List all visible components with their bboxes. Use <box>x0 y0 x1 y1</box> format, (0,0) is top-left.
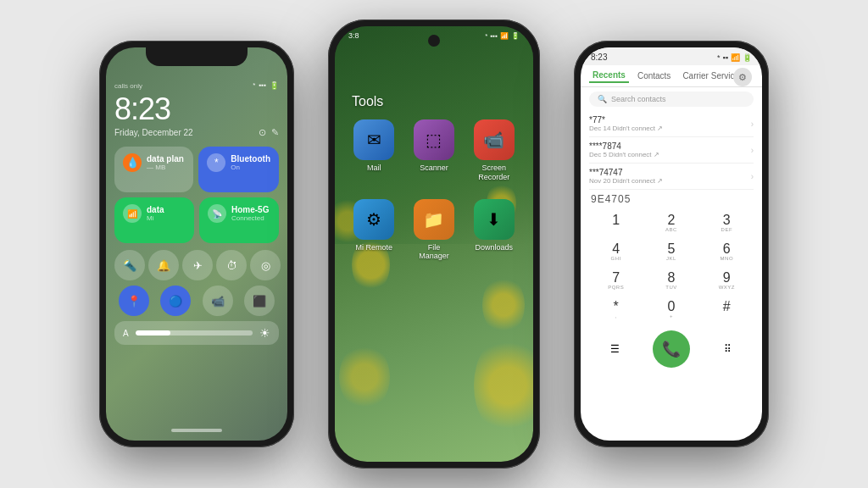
dial-6[interactable]: 6 MNO <box>700 239 754 266</box>
app-mail-icon: ✉ <box>353 119 394 160</box>
dial-7-num: 7 <box>612 271 620 285</box>
app-mi-remote[interactable]: ⚙ Mi Remote <box>348 199 400 262</box>
dial-4-letters: GHI <box>611 256 621 263</box>
dial-8[interactable]: 8 TUV <box>644 268 698 295</box>
menu-icon: ☰ <box>610 343 620 355</box>
brightness-control[interactable]: A ☀ <box>114 321 279 345</box>
tab-recents[interactable]: Recents <box>589 69 629 83</box>
data-sub: — MB <box>147 164 184 171</box>
dialer-action-row: ☰ 📞 ⠿ <box>581 327 762 371</box>
bluetooth-sub: On <box>231 164 270 171</box>
recent-name-0: *77* <box>589 115 663 125</box>
bluetooth-tile[interactable]: * Bluetooth On <box>198 147 279 192</box>
dial-1[interactable]: 1 <box>589 210 643 237</box>
dial-3-letters: DEF <box>721 227 733 234</box>
battery-icon: 🔋 <box>270 81 279 90</box>
app-file-icon: 📁 <box>414 199 454 240</box>
cc-icon-row2: 📍 🔵 📹 ⬛ <box>114 286 279 316</box>
circle-btn[interactable]: ◎ <box>250 250 281 280</box>
calls-only-text: calls only <box>114 82 142 90</box>
phone-2-screen: 3:8 * ▪▪▪ 📶 🔋 Tools ✉ Mail ⬚ Scanner 📹 S… <box>335 26 533 462</box>
clock-icon: ⊙ <box>259 127 266 138</box>
app-recorder[interactable]: 📹 ScreenRecorder <box>468 119 520 182</box>
app-grid: ✉ Mail ⬚ Scanner 📹 ScreenRecorder ⚙ Mi R… <box>348 119 520 261</box>
app-mail[interactable]: ✉ Mail <box>348 119 400 182</box>
dial-0-letters: + <box>670 313 673 320</box>
dial-0-num: 0 <box>668 300 676 313</box>
recent-name-1: ****7874 <box>589 141 659 151</box>
dial-hash[interactable]: # <box>700 297 754 324</box>
recent-detail-2: Nov 20 Didn't connect ↗ <box>589 177 663 185</box>
keypad-btn[interactable]: ⠿ <box>715 336 742 363</box>
data-plan-tile[interactable]: 💧 data plan — MB <box>114 147 193 192</box>
recent-detail-0: Dec 14 Didn't connect ↗ <box>589 125 663 132</box>
dialer-status-bar: 8:23 * ▪▪ 📶 🔋 <box>581 47 762 65</box>
dial-2[interactable]: 2 ABC <box>644 210 698 237</box>
wifi-title: Home-5G <box>231 205 269 214</box>
dial-0[interactable]: 0 + <box>644 297 698 324</box>
home-indicator <box>171 429 222 432</box>
airplane-btn[interactable]: ✈ <box>182 250 213 280</box>
mobile-data-tile[interactable]: 📶 data Mi <box>114 197 194 243</box>
app-recorder-label: ScreenRecorder <box>478 164 509 182</box>
recent-item-2[interactable]: ***74747 Nov 20 Didn't connect ↗ › <box>589 164 754 190</box>
app-scanner[interactable]: ⬚ Scanner <box>409 119 460 182</box>
phone-1-frame: calls only * ▪▪▪ 🔋 8:23 Friday, December… <box>99 41 294 447</box>
wifi-icon: 📡 <box>208 204 226 223</box>
bt-icon: * <box>485 32 487 40</box>
app-recorder-icon: 📹 <box>474 119 515 160</box>
timer-btn[interactable]: ⏱ <box>216 250 247 280</box>
cc-tiles-row1: 💧 data plan — MB * Bluetooth On <box>114 147 279 192</box>
wifi-sub: Connected <box>231 214 269 222</box>
mobile-icon: 📶 <box>123 204 142 223</box>
recent-item-0[interactable]: *77* Dec 14 Didn't connect ↗ › <box>589 111 754 137</box>
dial-9[interactable]: 9 WXYZ <box>700 268 754 295</box>
tab-contacts[interactable]: Contacts <box>634 69 674 82</box>
battery: 🔋 <box>511 32 520 40</box>
dial-8-num: 8 <box>668 271 676 285</box>
signal-status: 📶 <box>731 53 740 62</box>
dial-1-num: 1 <box>612 214 620 227</box>
dial-3-num: 3 <box>723 214 731 227</box>
dial-7[interactable]: 7 PQRS <box>589 268 643 295</box>
camera-btn[interactable]: 📹 <box>203 286 233 316</box>
dial-9-num: 9 <box>723 271 731 285</box>
brightness-sun-icon: ☀ <box>259 326 270 340</box>
scan-btn[interactable]: ⬛ <box>244 286 275 316</box>
dial-hash-num: # <box>723 300 731 313</box>
brightness-label: A <box>123 329 129 338</box>
flashlight-btn[interactable]: 🔦 <box>114 250 145 280</box>
recent-calls-list: *77* Dec 14 Didn't connect ↗ › ****7874 … <box>581 111 762 190</box>
app-downloads[interactable]: ⬇ Downloads <box>468 199 520 262</box>
dial-4[interactable]: 4 GHI <box>589 239 643 266</box>
call-btn[interactable]: 📞 <box>653 330 690 368</box>
notch <box>146 47 248 66</box>
folder-label: Tools <box>352 94 383 109</box>
dial-2-num: 2 <box>668 214 676 227</box>
front-camera <box>428 35 440 47</box>
focus-btn[interactable]: 🔵 <box>160 286 191 316</box>
dial-star[interactable]: * , <box>589 297 643 324</box>
location-btn[interactable]: 📍 <box>119 286 149 316</box>
search-bar[interactable]: 🔍 Search contacts <box>589 92 754 107</box>
search-placeholder: Search contacts <box>611 95 666 103</box>
chevron-1: › <box>751 146 754 155</box>
control-center-panel: calls only * ▪▪▪ 🔋 8:23 Friday, December… <box>114 75 279 424</box>
dial-3[interactable]: 3 DEF <box>700 210 754 237</box>
date-display: Friday, December 22 <box>114 128 193 137</box>
wifi-tile[interactable]: 📡 Home-5G Connected <box>199 197 279 243</box>
bell-btn[interactable]: 🔔 <box>148 250 179 280</box>
brightness-fill <box>136 330 170 336</box>
menu-btn[interactable]: ☰ <box>601 336 628 363</box>
dialer-time: 8:23 <box>591 53 607 62</box>
dial-star-letters: , <box>615 313 617 320</box>
recent-item-1[interactable]: ****7874 Dec 5 Didn't connect ↗ › <box>589 137 754 164</box>
signal-bars: 📶 <box>500 32 509 40</box>
dial-2-letters: ABC <box>665 227 677 234</box>
brightness-bar <box>136 330 253 336</box>
bluetooth-icon: * <box>207 153 225 172</box>
dial-5[interactable]: 5 JKL <box>644 239 698 266</box>
settings-button[interactable]: ⚙ <box>733 68 752 86</box>
data-title: data plan <box>147 154 184 164</box>
app-file-manager[interactable]: 📁 FileManager <box>409 199 460 262</box>
